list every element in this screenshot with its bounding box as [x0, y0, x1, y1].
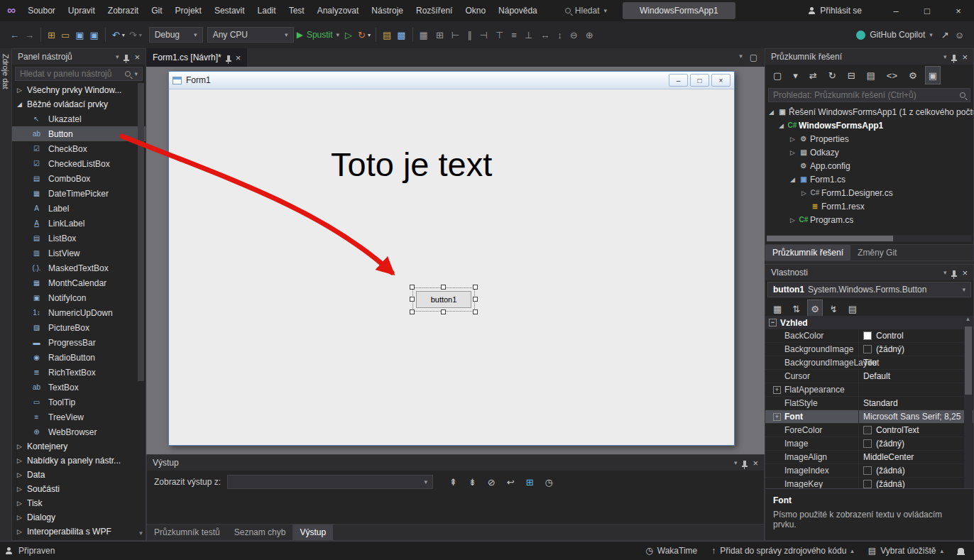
menu-item[interactable]: Okno	[459, 0, 492, 21]
properties-window-icon[interactable]: ⚙	[906, 67, 920, 84]
align-bottoms-icon[interactable]: ⊥	[522, 26, 535, 43]
maximize-button[interactable]: □	[912, 0, 943, 21]
feedback-icon[interactable]: ☺	[952, 26, 967, 43]
align-rights-icon[interactable]: ⊣	[477, 26, 491, 43]
pin-icon[interactable]	[953, 270, 956, 275]
undo-dropdown-icon[interactable]: ▾	[121, 26, 126, 43]
toolbox-item[interactable]: ▤ ListBox	[12, 231, 146, 246]
tree-item[interactable]: ▷ ◢ ≣ Form1.resx	[765, 199, 973, 213]
property-pages-icon[interactable]: ▤	[846, 300, 860, 317]
toggle-word-wrap-icon[interactable]: ↩	[504, 473, 518, 490]
window-position-icon[interactable]: ▾	[734, 459, 738, 466]
menu-item[interactable]: Zobrazit	[102, 0, 145, 21]
active-files-dropdown-icon[interactable]: ▾	[739, 53, 743, 62]
toolbox-group[interactable]: ▷ Součásti	[12, 482, 146, 496]
show-grid-icon[interactable]: ▦	[417, 26, 431, 43]
github-copilot-button[interactable]: GitHub Copilot ▾	[856, 30, 933, 40]
snap-to-grid-icon[interactable]: ⊞	[433, 26, 447, 43]
toolbox-group[interactable]: ▷ Dialogy	[12, 510, 146, 525]
menu-item[interactable]: Test	[283, 0, 311, 21]
tree-item[interactable]: ▷ ◢ ▣ Form1.cs	[765, 172, 973, 186]
start-debugging-button[interactable]: ▶ Spustit ▾	[297, 30, 339, 40]
property-category-row[interactable]: − Vzhled	[765, 316, 973, 329]
toolbox-group[interactable]: ▷ Interoperabilita s WPF	[12, 525, 146, 539]
goto-next-message-icon[interactable]: ⇟	[466, 473, 479, 490]
properties-icon[interactable]: ⚙	[808, 300, 822, 317]
goto-previous-message-icon[interactable]: ⇞	[447, 473, 460, 490]
bottom-panel-tab[interactable]: Výstup	[292, 525, 333, 540]
solution-panel-tab[interactable]: Změny Git	[850, 245, 904, 260]
toolbox-item[interactable]: ⊕ WebBrowser	[12, 424, 146, 439]
close-icon[interactable]: ×	[134, 52, 140, 62]
close-icon[interactable]: ×	[753, 458, 758, 468]
tree-item[interactable]: ▷ ◢ ▣ Řešení WindowsFormsApp1 (1 z celko…	[765, 105, 973, 119]
zoom-in-icon[interactable]: ⊕	[583, 26, 596, 43]
tree-item[interactable]: ▷ ◢ ⚙ App.config	[765, 159, 973, 172]
toolbox-group[interactable]: ▷ Kontejnery	[12, 439, 146, 454]
property-row[interactable]: + Image (žádný)	[765, 437, 973, 451]
global-search[interactable]: Hledat ▾	[559, 4, 613, 18]
data-sources-tab[interactable]: Zdroje dat	[1, 54, 10, 89]
bottom-panel-tab[interactable]: Průzkumník testů	[147, 525, 227, 540]
tree-item[interactable]: ▷ ◢ C# Program.cs	[765, 213, 973, 226]
output-source-dropdown[interactable]: ▾	[227, 475, 433, 489]
refresh-icon[interactable]: ↻	[826, 67, 839, 84]
preview-changes-icon[interactable]: ▩	[394, 26, 408, 43]
sync-with-active-document-icon[interactable]: ⇄	[806, 67, 820, 84]
toolbox-item[interactable]: ▦ MonthCalendar	[12, 275, 146, 290]
show-all-files-icon[interactable]: ▤	[864, 67, 878, 84]
categorized-icon[interactable]: ▦	[770, 300, 784, 317]
menu-item[interactable]: Upravit	[62, 0, 102, 21]
property-row[interactable]: + ForeColor ControlText	[765, 424, 973, 437]
solution-search-input[interactable]	[773, 90, 956, 100]
toolbox-item[interactable]: ab Button	[12, 126, 146, 141]
start-without-debugging-icon[interactable]: ▷	[342, 26, 355, 43]
property-row[interactable]: + FlatStyle Standard	[765, 397, 973, 410]
property-row[interactable]: + ImageIndex (žádná)	[765, 464, 973, 478]
align-centers-icon[interactable]: ∥	[464, 26, 475, 43]
clear-all-icon[interactable]: ⊘	[485, 473, 498, 490]
resize-handle-w[interactable]	[410, 297, 415, 302]
alphabetical-icon[interactable]: ⇅	[789, 300, 803, 317]
toolbox-item[interactable]: ☑ CheckBox	[12, 141, 146, 156]
window-position-icon[interactable]: ▾	[943, 269, 947, 276]
toolbox-search-input[interactable]	[20, 69, 121, 79]
collapse-all-icon[interactable]: ⊟	[845, 67, 858, 84]
toolbox-item[interactable]: ▭ ToolTip	[12, 395, 146, 410]
property-row[interactable]: + ImageAlign MiddleCenter	[765, 451, 973, 464]
document-outline-icon[interactable]: ▢	[770, 67, 784, 84]
toolbox-item[interactable]: ▣ NotifyIcon	[12, 290, 146, 305]
toolbox-item[interactable]: A Label	[12, 201, 146, 216]
navigate-forward-icon[interactable]: →	[22, 26, 37, 43]
menu-item[interactable]: Soubor	[21, 0, 62, 21]
new-item-icon[interactable]: ▤	[380, 26, 394, 43]
align-middles-icon[interactable]: ≡	[508, 26, 520, 43]
hot-reload-dropdown-icon[interactable]: ▾	[366, 26, 372, 43]
collapse-icon[interactable]: −	[769, 319, 777, 326]
views-dropdown-icon[interactable]: ▾	[790, 67, 801, 84]
window-layout-icon[interactable]: ▢	[750, 53, 757, 62]
wakatime-button[interactable]: ◷ WakaTime	[645, 546, 697, 556]
toolbox-item[interactable]: 1↕ NumericUpDown	[12, 305, 146, 320]
timestamp-icon[interactable]: ◷	[542, 473, 556, 490]
toolbox-group[interactable]: ▷ ◢ Všechny prvky Window...	[12, 83, 146, 97]
toolbox-item[interactable]: (.). MaskedTextBox	[12, 260, 146, 275]
property-row[interactable]: + BackgroundImageLayout Tile	[765, 356, 973, 370]
same-width-icon[interactable]: ↔	[537, 26, 552, 43]
close-icon[interactable]: ×	[962, 268, 968, 278]
toolbox-group[interactable]: ▷ Nabídky a panely nástr...	[12, 454, 146, 468]
messages-icon[interactable]: ⊞	[523, 473, 537, 490]
designed-form-body[interactable]: Toto je text button1	[169, 89, 734, 445]
notifications-bell-icon[interactable]	[958, 548, 964, 554]
designed-button[interactable]: button1	[416, 291, 471, 308]
new-project-icon[interactable]: ⊞	[45, 26, 58, 43]
solution-configuration-dropdown[interactable]: Debug ▾	[149, 27, 203, 43]
menu-item[interactable]: Nápověda	[492, 0, 544, 21]
close-icon[interactable]: ×	[236, 53, 241, 63]
navigate-backward-icon[interactable]: ←	[7, 26, 22, 43]
property-row[interactable]: + Font Microsoft Sans Serif; 8,25	[765, 410, 973, 424]
properties-scrollbar[interactable]: ▲	[964, 316, 973, 491]
toolbox-item[interactable]: ↖ Ukazatel	[12, 111, 146, 126]
toolbox-scrollbar[interactable]: ▼	[137, 83, 145, 539]
align-lefts-icon[interactable]: ⊢	[449, 26, 462, 43]
